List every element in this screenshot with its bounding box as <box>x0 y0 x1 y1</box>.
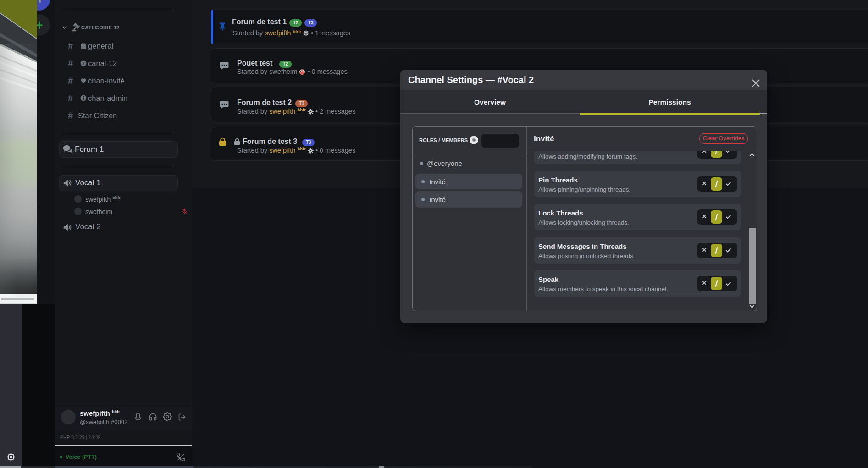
svg-text:?: ? <box>82 61 85 66</box>
